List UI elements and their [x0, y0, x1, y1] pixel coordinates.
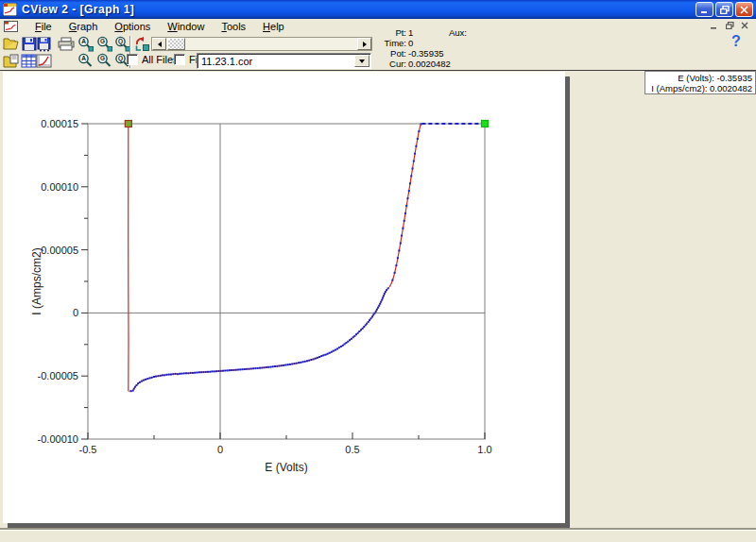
- menu-help[interactable]: Help: [254, 21, 293, 32]
- scroll-left-button[interactable]: [152, 38, 166, 50]
- menu-window[interactable]: Window: [159, 21, 213, 32]
- cursor-readout-box: E (Volts): -0.35935 I (Amps/cm2): 0.0020…: [644, 71, 756, 94]
- svg-text:-0.00005: -0.00005: [38, 370, 78, 381]
- svg-text:0.00010: 0.00010: [41, 181, 78, 193]
- menu-file[interactable]: File: [26, 21, 60, 32]
- window-title: CView 2 - [Graph 1]: [22, 3, 134, 16]
- zoom-in-a-button[interactable]: A: [77, 53, 94, 69]
- graph-view-button[interactable]: [35, 53, 53, 69]
- end-marker: [482, 121, 489, 127]
- svg-text:Q: Q: [118, 38, 123, 45]
- toolbar: A G Q: [0, 33, 756, 71]
- fit-checkbox[interactable]: [174, 54, 185, 65]
- menu-options[interactable]: Options: [106, 21, 159, 32]
- menu-tools[interactable]: Tools: [213, 21, 254, 32]
- cursor-e-value: E (Volts): -0.35935: [645, 73, 752, 83]
- all-files-label: All Files: [142, 54, 179, 65]
- svg-text:0.00005: 0.00005: [41, 245, 78, 256]
- menu-items: FileGraphOptionsWindowToolsHelp: [26, 21, 293, 32]
- app-window: CView 2 - [Graph 1] FileGraphOptionsWind…: [0, 0, 756, 542]
- title-bar: CView 2 - [Graph 1]: [0, 0, 756, 19]
- save-all-button[interactable]: [35, 36, 53, 52]
- start-marker: [125, 121, 131, 127]
- pt-label: Pt:: [376, 27, 406, 38]
- svg-text:-0.5: -0.5: [79, 444, 97, 455]
- app-icon: [3, 3, 17, 16]
- open-file-button[interactable]: [2, 36, 20, 52]
- svg-text:0.5: 0.5: [345, 444, 359, 455]
- svg-text:0.00015: 0.00015: [41, 118, 78, 129]
- mdi-client-area: 0.000150.000100.000050-0.00005-0.00010-0…: [0, 72, 756, 530]
- restore-button[interactable]: [715, 2, 733, 17]
- mdi-minimize-button[interactable]: [708, 20, 721, 31]
- zoom-g-button[interactable]: G: [95, 36, 113, 52]
- print-button[interactable]: [57, 36, 75, 52]
- probe-readout: Pt:1 Time:0 Pot:-0.35935 Cur:0.0020482: [376, 27, 451, 69]
- file-combobox[interactable]: 11.23.1.cor: [197, 53, 371, 69]
- zoom-a-button[interactable]: A: [77, 36, 94, 52]
- aux-label: Aux:: [449, 27, 467, 38]
- all-files-checkbox[interactable]: [127, 54, 138, 65]
- help-icon[interactable]: ?: [731, 33, 741, 50]
- svg-text:E (Volts): E (Volts): [265, 461, 307, 474]
- svg-text:Q: Q: [118, 55, 123, 62]
- time-value: 0: [408, 38, 413, 48]
- cursor-i-value: I (Amps/cm2): 0.0020482: [645, 83, 752, 93]
- cur-label: Cur:: [376, 59, 406, 69]
- graph-page: 0.000150.000100.000050-0.00005-0.00010-0…: [3, 72, 565, 523]
- open-data-button[interactable]: [2, 53, 20, 69]
- svg-text:A: A: [81, 38, 86, 44]
- overlay-rotate-button[interactable]: [133, 36, 151, 52]
- pot-value: -0.35935: [408, 48, 444, 59]
- scroll-thumb[interactable]: [167, 38, 185, 50]
- all-files-checkbox-row: All Files: [127, 54, 179, 65]
- document-icon[interactable]: [4, 21, 18, 32]
- svg-text:-0.00010: -0.00010: [38, 433, 78, 445]
- time-label: Time:: [376, 38, 406, 48]
- menu-graph[interactable]: Graph: [60, 21, 107, 32]
- svg-text:0: 0: [217, 444, 223, 455]
- svg-text:0: 0: [73, 307, 78, 318]
- zoom-in-g-button[interactable]: G: [95, 53, 113, 69]
- close-button[interactable]: [735, 2, 753, 17]
- scroll-right-button[interactable]: [357, 38, 371, 50]
- mdi-restore-button[interactable]: [723, 20, 736, 31]
- svg-text:I (Amps/cm2): I (Amps/cm2): [30, 247, 43, 314]
- minimize-button[interactable]: [696, 2, 713, 17]
- svg-text:G: G: [100, 38, 105, 44]
- pot-label: Pot:: [376, 48, 406, 59]
- combobox-dropdown-button[interactable]: [354, 55, 369, 67]
- file-combobox-value: 11.23.1.cor: [198, 56, 353, 67]
- cur-value: 0.0020482: [408, 59, 451, 69]
- iv-curve-chart[interactable]: 0.000150.000100.000050-0.00005-0.00010-0…: [3, 72, 565, 523]
- pt-value: 1: [408, 27, 413, 38]
- status-bar: [0, 530, 756, 542]
- svg-text:A: A: [81, 55, 86, 61]
- toolbar-scrollbar[interactable]: [151, 37, 372, 51]
- mdi-close-button[interactable]: [738, 20, 751, 31]
- svg-text:G: G: [100, 55, 105, 61]
- svg-text:1.0: 1.0: [477, 444, 491, 455]
